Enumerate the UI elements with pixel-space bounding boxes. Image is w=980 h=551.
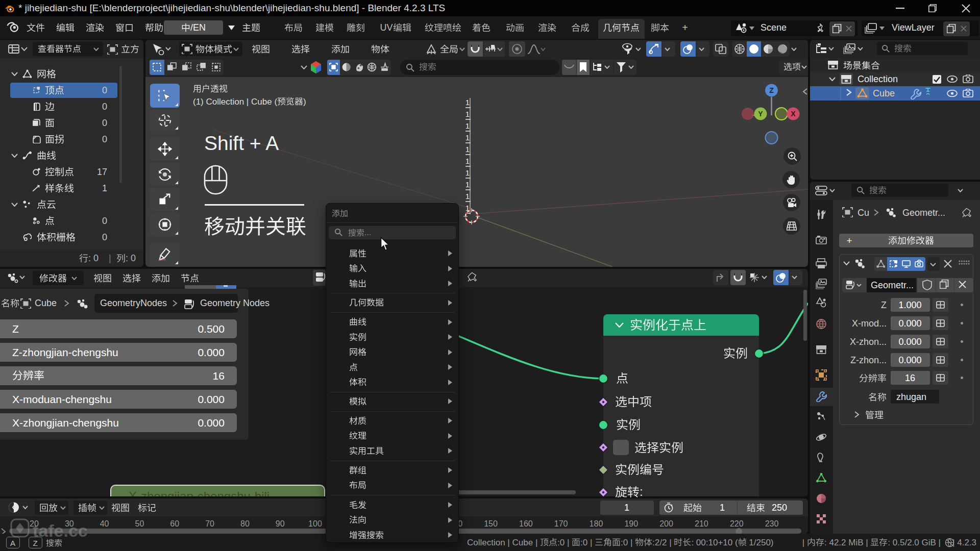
svg-text:Y: Y xyxy=(758,110,763,118)
svg-text:Z: Z xyxy=(769,86,774,94)
svg-text:X: X xyxy=(791,110,796,118)
